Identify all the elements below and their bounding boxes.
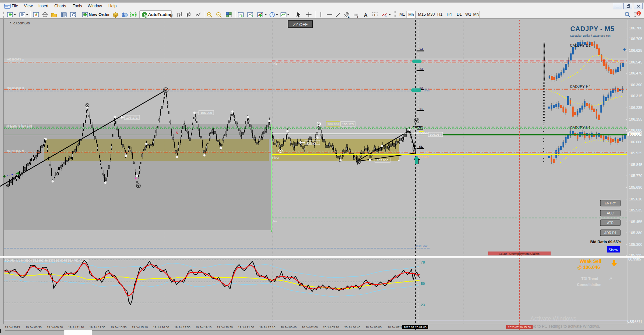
svg-text:CADJPY H4: CADJPY H4 [570, 85, 591, 89]
svg-text:ADR D1: ADR D1 [604, 231, 617, 235]
svg-text:19 Jul 13:50: 19 Jul 13:50 [111, 326, 127, 329]
svg-text:3.08571: 3.08571 [630, 320, 642, 324]
svg-text:Yest Low: Yest Low [415, 244, 427, 248]
svg-text:Pivot: Pivot [272, 156, 279, 159]
svg-text:105.690: 105.690 [629, 185, 642, 189]
svg-text:S: S [176, 131, 178, 135]
svg-text:106.080: 106.080 [629, 128, 642, 132]
svg-text:ENTRY: ENTRY [605, 201, 616, 205]
svg-text:20 Jul 07:2: 20 Jul 07:2 [388, 326, 402, 329]
svg-text:CADJPY H1: CADJPY H1 [570, 126, 591, 130]
svg-text:19 Jul 08:30: 19 Jul 08:30 [26, 326, 42, 329]
svg-text:105.455: 105.455 [629, 220, 642, 224]
svg-text:#65290075 sl: #65290075 sl [7, 149, 24, 153]
svg-text:105.535: 105.535 [629, 208, 642, 212]
svg-text:Bid Ratio 69.65%: Bid Ratio 69.65% [590, 240, 621, 244]
svg-text:19 Jul 20:30: 19 Jul 20:30 [217, 326, 233, 329]
svg-text:105.880: 105.880 [377, 158, 388, 162]
svg-text:20 Jul 00:40: 20 Jul 00:40 [280, 326, 296, 329]
svg-text:105.380: 105.380 [629, 231, 642, 235]
svg-text:Consolidation: Consolidation [577, 283, 602, 287]
svg-text:106.155: 106.155 [629, 117, 642, 121]
svg-text:106.545: 106.545 [629, 60, 642, 64]
svg-text:#65290073 tp: #65290073 tp [7, 58, 24, 61]
svg-text:Y: Y [414, 88, 416, 91]
svg-text:106.470: 106.470 [629, 71, 642, 75]
svg-text:CADJPY D1: CADJPY D1 [570, 43, 591, 47]
svg-text:x3: x3 [420, 67, 423, 70]
svg-text:*: * [135, 176, 137, 183]
svg-text:19 Jul 12:30: 19 Jul 12:30 [89, 326, 105, 329]
svg-text:106.054: 106.054 [430, 133, 441, 136]
svg-text:TDI Alerts v 64.8904 55.5891 4: TDI Alerts v 64.8904 55.5891 46.2379 55.… [5, 259, 89, 262]
svg-text:105.300: 105.300 [629, 242, 642, 246]
svg-text:19 Jul 17:50: 19 Jul 17:50 [174, 326, 190, 329]
svg-text:@ 106.046: @ 106.046 [577, 265, 600, 270]
svg-text:x4: x4 [420, 47, 423, 51]
svg-text:E: E [348, 16, 350, 18]
svg-text:2023.07.20 15:30: 2023.07.20 15:30 [508, 326, 531, 329]
svg-text:ZZ OFF: ZZ OFF [293, 22, 308, 27]
svg-text:19 Jul 19:10: 19 Jul 19:10 [195, 326, 211, 329]
svg-text:50: 50 [421, 282, 425, 286]
svg-text:19 Jul 09:50: 19 Jul 09:50 [47, 326, 63, 329]
svg-text:19 Jul 16:30: 19 Jul 16:30 [153, 326, 169, 329]
svg-text:20 Jul 04:40: 20 Jul 04:40 [344, 326, 360, 329]
svg-text:x1: x1 [420, 107, 423, 111]
svg-text:Canadian Dollar / Japanese Yen: Canadian Dollar / Japanese Yen [570, 34, 611, 37]
svg-text:105.770: 105.770 [629, 174, 642, 178]
svg-text:2023.07.20 09:00: 2023.07.20 09:00 [404, 326, 427, 329]
svg-text:Go to PC settings to activate: Go to PC settings to activate Windows. [531, 324, 600, 329]
svg-text:SL: SL [419, 145, 423, 148]
svg-text:CADJPY,M5: CADJPY,M5 [13, 22, 30, 25]
svg-text:106.104: 106.104 [328, 122, 339, 126]
svg-text:Weak Sell: Weak Sell [580, 259, 601, 264]
svg-text:19 Jul 11:10: 19 Jul 11:10 [68, 326, 84, 329]
svg-text:19 Jul 15:10: 19 Jul 15:10 [132, 326, 148, 329]
svg-text:#65290078 tp: #65290078 tp [7, 86, 24, 90]
svg-text:106.235: 106.235 [629, 106, 642, 110]
svg-text:Activate Windows: Activate Windows [530, 315, 576, 322]
svg-text:105.997: 105.997 [306, 141, 318, 144]
svg-text:↗: ↗ [609, 277, 612, 281]
svg-text:23: 23 [421, 303, 425, 307]
svg-text:19 Jul 2023: 19 Jul 2023 [5, 326, 20, 329]
svg-text:ENTRY: ENTRY [413, 125, 424, 129]
svg-text:106.315: 106.315 [629, 94, 642, 98]
svg-text:High: High [424, 88, 430, 91]
svg-text:T: T [374, 13, 376, 17]
svg-text:ACC: ACC [607, 211, 614, 215]
svg-text:106.705: 106.705 [629, 37, 642, 41]
svg-text:106.780: 106.780 [629, 26, 642, 30]
svg-text:19 Jul 23:10: 19 Jul 23:10 [259, 326, 275, 329]
svg-text:106.000: 106.000 [629, 140, 642, 144]
svg-text:105.845: 105.845 [629, 163, 642, 167]
svg-text:106.054: 106.054 [628, 132, 642, 136]
svg-text:Show: Show [609, 248, 618, 252]
svg-text:106.171: 106.171 [126, 116, 137, 119]
svg-text:20 Jul 03:20: 20 Jul 03:20 [323, 326, 339, 329]
svg-text:F: F [357, 16, 359, 18]
svg-text:S1: S1 [273, 219, 277, 222]
svg-text:15:30 - Unemployment Claims: 15:30 - Unemployment Claims [499, 252, 540, 256]
svg-text:20 Jul 06:00: 20 Jul 06:00 [366, 326, 382, 329]
svg-text:106.625: 106.625 [629, 48, 642, 52]
svg-text:#65290078 buy 1.06: #65290078 buy 1.06 [6, 125, 32, 128]
svg-text:105.925: 105.925 [629, 151, 642, 155]
svg-text:CADJPY - M5: CADJPY - M5 [570, 25, 614, 32]
svg-text:A: A [364, 12, 368, 18]
svg-text:106.123: 106.123 [342, 122, 354, 126]
svg-text:106.200: 106.200 [200, 111, 212, 115]
svg-text:20 Jul 02:00: 20 Jul 02:00 [302, 326, 318, 329]
svg-text:3: 3 [638, 12, 640, 15]
svg-text:78: 78 [421, 260, 425, 264]
svg-text:105.610: 105.610 [629, 197, 642, 201]
svg-text:R1: R1 [273, 62, 277, 65]
svg-text:19 Jul 21:50: 19 Jul 21:50 [238, 326, 254, 329]
svg-text:ATR: ATR [607, 221, 613, 225]
svg-text:TDI Trend: TDI Trend [581, 277, 598, 281]
svg-text:105.915: 105.915 [418, 155, 429, 159]
svg-text:Day Open: Day Open [414, 131, 428, 134]
svg-text:PP: PP [426, 150, 430, 154]
svg-text:106.390: 106.390 [629, 83, 642, 87]
